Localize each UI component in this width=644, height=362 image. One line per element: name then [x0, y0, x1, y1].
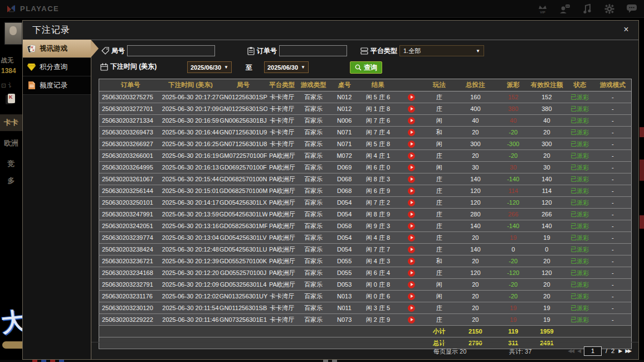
- tab-quota-records[interactable]: 额度记录: [23, 76, 91, 95]
- cell-total_bet: 20: [452, 150, 498, 162]
- round-input[interactable]: [127, 45, 215, 56]
- cell-payout: -120: [498, 267, 528, 279]
- replay-video-icon[interactable]: [408, 141, 415, 148]
- vip-icon: VIP: [537, 3, 548, 15]
- table-header-row: 订单号下注时间 (美东)局号平台类型游戏类型桌号结果玩法总投注派彩有效投注额状态…: [99, 79, 632, 91]
- cell-mode: -: [594, 197, 631, 209]
- replay-video-icon[interactable]: [408, 258, 415, 265]
- cell-payout: 19: [498, 232, 528, 244]
- cell-total_bet: 280: [452, 209, 498, 220]
- cell-replay: [397, 232, 426, 244]
- cell-game: 百家乐: [297, 255, 330, 267]
- replay-video-icon[interactable]: [408, 105, 415, 113]
- cell-round_no: GD053256301L4: [219, 279, 267, 291]
- tab-video-games[interactable]: 9K♥ 视讯游戏: [23, 40, 91, 58]
- replay-video-icon[interactable]: [408, 164, 415, 171]
- cell-status: 已派彩: [565, 267, 594, 279]
- cell-table_no: D054: [330, 244, 359, 255]
- cell-time: 2025-06-30 20:17:27: [162, 91, 219, 103]
- replay-video-icon[interactable]: [408, 293, 415, 300]
- cell-result: 闲 1 庄 8: [359, 103, 397, 115]
- replay-video-icon[interactable]: [408, 305, 415, 312]
- last-page-icon[interactable]: ▶▶: [625, 348, 631, 354]
- subtotal-row-cell: [99, 326, 426, 337]
- replay-video-icon[interactable]: [408, 129, 415, 136]
- replay-video-icon[interactable]: [408, 211, 415, 218]
- cell-status: 已派彩: [565, 185, 594, 197]
- cell-round_no: GD058256301MF: [219, 220, 267, 232]
- platform-select[interactable]: 1.全部 ▼: [399, 45, 484, 56]
- cell-status: 已派彩: [565, 138, 594, 150]
- cell-valid_bet: 0: [528, 244, 565, 255]
- column-header: 有效投注额: [528, 79, 565, 91]
- cell-total_bet: 20: [452, 255, 498, 267]
- cell-payout: 380: [498, 103, 528, 115]
- date-from-picker[interactable]: 2025/06/30 ▼: [187, 61, 232, 73]
- cell-status: 已派彩: [565, 244, 594, 255]
- cell-play: 闲: [426, 162, 452, 173]
- cell-game: 百家乐: [297, 150, 330, 162]
- playing-cards-icon: 9K♥: [27, 44, 36, 54]
- cell-status: 已派彩: [565, 103, 594, 115]
- cell-status: 已派彩: [565, 127, 594, 138]
- replay-video-icon[interactable]: [408, 269, 415, 277]
- cell-payout: 19: [498, 314, 528, 326]
- cell-order_no: 250630203269473: [99, 127, 162, 138]
- cell-play: 庄: [426, 220, 452, 232]
- replay-video-icon[interactable]: [408, 246, 415, 253]
- table-row: 2506302032479912025-06-30 20:13:59GD0542…: [99, 209, 632, 220]
- player-name: 战无: [1, 56, 13, 65]
- date-to-picker[interactable]: 2025/06/30 ▼: [264, 61, 309, 73]
- cell-round_no: GN006256301BJ: [219, 115, 267, 127]
- page-number-input[interactable]: [584, 346, 602, 356]
- cell-order_no: 250630203256144: [99, 185, 162, 197]
- cell-order_no: 250630203266927: [99, 138, 162, 150]
- cell-order_no: 250630203238424: [99, 244, 162, 255]
- replay-video-icon[interactable]: [408, 94, 415, 101]
- replay-video-icon[interactable]: [408, 234, 415, 242]
- bg-chip: [332, 360, 337, 362]
- cell-round_no: GN073256301E1: [219, 314, 267, 326]
- chevron-down-icon: ▼: [224, 65, 228, 70]
- cell-table_no: D054: [330, 209, 359, 220]
- contact-agent-icon: [559, 3, 570, 15]
- replay-video-icon[interactable]: [408, 316, 415, 324]
- tab-points-query[interactable]: 积分查询: [23, 58, 91, 76]
- cell-game: 百家乐: [297, 244, 330, 255]
- tab-label: 视讯游戏: [40, 44, 67, 54]
- replay-video-icon[interactable]: [408, 199, 415, 206]
- cell-valid_bet: 20: [528, 279, 565, 291]
- subtotal-row-cell: [565, 326, 594, 337]
- cell-play: 和: [426, 255, 452, 267]
- cell-order_no: 250630203272701: [99, 103, 162, 115]
- per-page-label: 每页显示 20: [433, 347, 466, 356]
- cell-mode: -: [594, 185, 631, 197]
- replay-video-icon[interactable]: [408, 176, 415, 183]
- next-page-icon[interactable]: ▶: [618, 348, 621, 354]
- cell-order_no: 250630203247991: [99, 209, 162, 220]
- cell-result: 闲 7 庄 2: [359, 197, 397, 209]
- replay-video-icon[interactable]: [408, 187, 415, 195]
- table-row: 2506302032341682025-06-30 20:12:20GD0552…: [99, 267, 632, 279]
- order-input[interactable]: [279, 45, 347, 56]
- cell-order_no: 250630203232791: [99, 279, 162, 291]
- cell-valid_bet: 20: [528, 127, 565, 138]
- replay-video-icon[interactable]: [408, 223, 415, 230]
- replay-video-icon[interactable]: [408, 281, 415, 288]
- table-row: 2506302032301202025-06-30 20:11:54GN0112…: [99, 302, 632, 314]
- cell-result: 闲 8 庄 9: [359, 209, 397, 220]
- replay-video-icon[interactable]: [408, 117, 415, 124]
- cell-platform: 卡卡湾厅: [267, 291, 297, 302]
- replay-video-icon[interactable]: [408, 152, 415, 160]
- pagination-bar: 每页显示 20 共计: 37 ◀◀ ◀ / 2 ▶ ▶▶: [91, 342, 638, 359]
- cell-platform: PA欧洲厅: [267, 267, 297, 279]
- close-icon[interactable]: ×: [621, 24, 632, 35]
- cell-time: 2025-06-30 20:15:01: [162, 185, 219, 197]
- cell-mode: -: [594, 162, 631, 173]
- cell-replay: [397, 150, 426, 162]
- topbar: PLAYACE VIP: [0, 0, 644, 18]
- search-button[interactable]: 查询: [350, 61, 382, 74]
- cell-mode: -: [594, 244, 631, 255]
- dialog-title: 下注记录: [23, 25, 70, 36]
- tab-label: 积分查询: [40, 62, 67, 72]
